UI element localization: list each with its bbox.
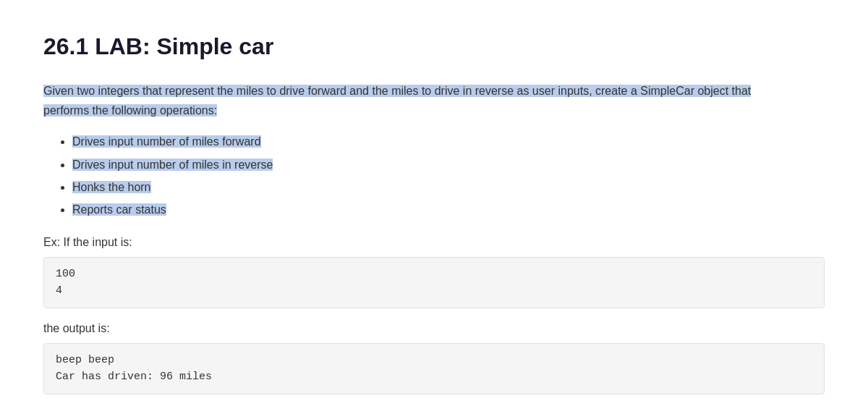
description-block: Given two integers that represent the mi… bbox=[43, 81, 825, 120]
input-line-1: 100 bbox=[56, 266, 812, 283]
bullet-list: Drives input number of miles forward Dri… bbox=[72, 132, 825, 219]
example-label: Ex: If the input is: bbox=[43, 234, 825, 251]
description-text: Given two integers that represent the mi… bbox=[43, 85, 751, 117]
output-line-2: Car has driven: 96 miles bbox=[56, 369, 812, 386]
page-title: 26.1 LAB: Simple car bbox=[43, 29, 825, 64]
output-code-box: beep beep Car has driven: 96 miles bbox=[43, 343, 825, 394]
list-item: Reports car status bbox=[72, 200, 825, 219]
output-label: the output is: bbox=[43, 320, 825, 337]
input-code-box: 100 4 bbox=[43, 257, 825, 308]
list-item: Honks the horn bbox=[72, 177, 825, 197]
output-line-1: beep beep bbox=[56, 352, 812, 369]
list-item: Drives input number of miles in reverse bbox=[72, 155, 825, 174]
input-line-2: 4 bbox=[56, 283, 812, 300]
list-item: Drives input number of miles forward bbox=[72, 132, 825, 151]
